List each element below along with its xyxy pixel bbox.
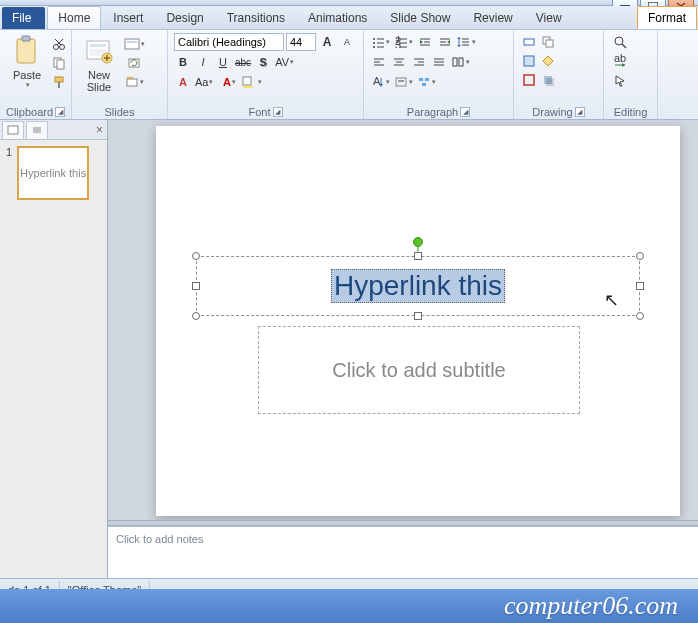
svg-point-29 xyxy=(373,42,375,44)
cut-button[interactable] xyxy=(50,35,68,53)
tab-view[interactable]: View xyxy=(525,6,573,29)
font-group-label: Font xyxy=(248,106,270,118)
svg-rect-73 xyxy=(425,78,429,81)
resize-handle-bl[interactable] xyxy=(192,312,200,320)
increase-indent-button[interactable] xyxy=(436,33,454,51)
svg-point-7 xyxy=(60,45,65,50)
section-button[interactable]: ▾ xyxy=(122,73,146,91)
resize-handle-br[interactable] xyxy=(636,312,644,320)
clear-formatting-button[interactable]: A xyxy=(174,73,192,91)
align-text-button[interactable]: ▾ xyxy=(393,73,414,91)
cursor-icon: ↖ xyxy=(604,289,619,311)
svg-rect-75 xyxy=(524,39,534,45)
shape-fill-button[interactable] xyxy=(539,52,557,70)
shapes-gallery-button[interactable] xyxy=(520,33,538,51)
group-clipboard: Paste ▾ Clipboard◢ xyxy=(0,30,72,119)
select-button[interactable] xyxy=(610,71,650,89)
tab-transitions[interactable]: Transitions xyxy=(216,6,296,29)
align-center-button[interactable] xyxy=(390,53,408,71)
replace-button[interactable]: ab xyxy=(610,52,650,70)
notes-pane[interactable]: Click to add notes xyxy=(108,526,698,578)
subtitle-placeholder[interactable]: Click to add subtitle xyxy=(258,326,580,414)
italic-button[interactable]: I xyxy=(194,53,212,71)
tab-slideshow[interactable]: Slide Show xyxy=(379,6,461,29)
slides-tab-icon[interactable] xyxy=(2,121,24,139)
outline-tab-icon[interactable] xyxy=(26,121,48,139)
numbering-button[interactable]: 123▾ xyxy=(393,33,414,51)
drawing-dialog-launcher[interactable]: ◢ xyxy=(575,107,585,117)
shape-outline-button[interactable] xyxy=(520,71,538,89)
paste-label: Paste xyxy=(13,69,41,81)
reset-button[interactable] xyxy=(122,54,146,72)
slide-canvas[interactable]: Hyperlink this ↖ Click to add subtitle xyxy=(156,126,680,516)
rotation-handle[interactable] xyxy=(413,237,423,247)
paste-button[interactable]: Paste ▾ xyxy=(6,33,48,91)
paragraph-group-label: Paragraph xyxy=(407,106,458,118)
char-spacing-button[interactable]: AV▾ xyxy=(274,53,295,71)
underline-button[interactable]: U xyxy=(214,53,232,71)
title-placeholder[interactable]: Hyperlink this ↖ xyxy=(196,256,640,316)
tab-home[interactable]: Home xyxy=(47,6,101,29)
svg-rect-77 xyxy=(546,40,553,47)
justify-button[interactable] xyxy=(430,53,448,71)
group-editing: ab Editing xyxy=(604,30,658,119)
svg-rect-79 xyxy=(524,75,534,85)
tab-review[interactable]: Review xyxy=(462,6,523,29)
decrease-indent-button[interactable] xyxy=(416,33,434,51)
paragraph-dialog-launcher[interactable]: ◢ xyxy=(460,107,470,117)
tab-insert[interactable]: Insert xyxy=(102,6,154,29)
smartart-button[interactable]: ▾ xyxy=(416,73,437,91)
font-size-combo[interactable] xyxy=(286,33,316,51)
change-case-button[interactable]: Aa▾ xyxy=(194,73,214,91)
line-spacing-button[interactable]: ▾ xyxy=(456,33,477,51)
font-color-button[interactable]: A▾ xyxy=(220,73,238,91)
highlight-color-button[interactable]: ▾ xyxy=(240,73,263,91)
tab-animations[interactable]: Animations xyxy=(297,6,378,29)
svg-marker-52 xyxy=(457,45,461,47)
svg-rect-65 xyxy=(453,58,457,66)
new-slide-button[interactable]: New Slide xyxy=(78,33,120,95)
title-text-selected[interactable]: Hyperlink this xyxy=(331,269,505,303)
resize-handle-tl[interactable] xyxy=(192,252,200,260)
shape-effects-button[interactable] xyxy=(539,71,557,89)
slide-thumbnail-1[interactable]: Hyperlink this xyxy=(17,146,89,200)
copy-button[interactable] xyxy=(50,54,68,72)
svg-rect-78 xyxy=(524,56,534,66)
tab-format[interactable]: Format xyxy=(637,6,697,29)
quick-styles-button[interactable] xyxy=(520,52,538,70)
ribbon-tabs: File Home Insert Design Transitions Anim… xyxy=(0,6,698,30)
svg-rect-21 xyxy=(127,41,137,43)
font-dialog-launcher[interactable]: ◢ xyxy=(273,107,283,117)
resize-handle-tr[interactable] xyxy=(636,252,644,260)
text-direction-button[interactable]: A▾ xyxy=(370,73,391,91)
resize-handle-t[interactable] xyxy=(414,252,422,260)
find-button[interactable] xyxy=(610,33,650,51)
clipboard-dialog-launcher[interactable]: ◢ xyxy=(55,107,65,117)
text-shadow-button[interactable]: S xyxy=(254,53,272,71)
tab-file[interactable]: File xyxy=(2,7,45,29)
layout-button[interactable]: ▾ xyxy=(122,35,146,53)
resize-handle-l[interactable] xyxy=(192,282,200,290)
work-area: × 1 Hyperlink this Hyperlink this ↖ xyxy=(0,120,698,578)
align-left-button[interactable] xyxy=(370,53,388,71)
arrange-button[interactable] xyxy=(539,33,557,51)
align-right-button[interactable] xyxy=(410,53,428,71)
resize-handle-b[interactable] xyxy=(414,312,422,320)
strikethrough-button[interactable]: abc xyxy=(234,53,252,71)
font-name-combo[interactable] xyxy=(174,33,284,51)
bold-button[interactable]: B xyxy=(174,53,192,71)
svg-rect-66 xyxy=(459,58,463,66)
format-painter-button[interactable] xyxy=(50,73,68,91)
columns-button[interactable]: ▾ xyxy=(450,53,471,71)
shrink-font-button[interactable]: A xyxy=(338,33,356,51)
drawing-group-label: Drawing xyxy=(532,106,572,118)
svg-text:ab: ab xyxy=(614,54,626,64)
resize-handle-r[interactable] xyxy=(636,282,644,290)
svg-point-27 xyxy=(373,38,375,40)
group-paragraph: ▾ 123▾ ▾ ▾ A▾ ▾ ▾ Paragraph◢ xyxy=(364,30,514,119)
bullets-button[interactable]: ▾ xyxy=(370,33,391,51)
svg-text:A: A xyxy=(373,76,381,87)
tab-design[interactable]: Design xyxy=(155,6,214,29)
thumbnail-pane-close-icon[interactable]: × xyxy=(96,123,103,137)
grow-font-button[interactable]: A xyxy=(318,33,336,51)
